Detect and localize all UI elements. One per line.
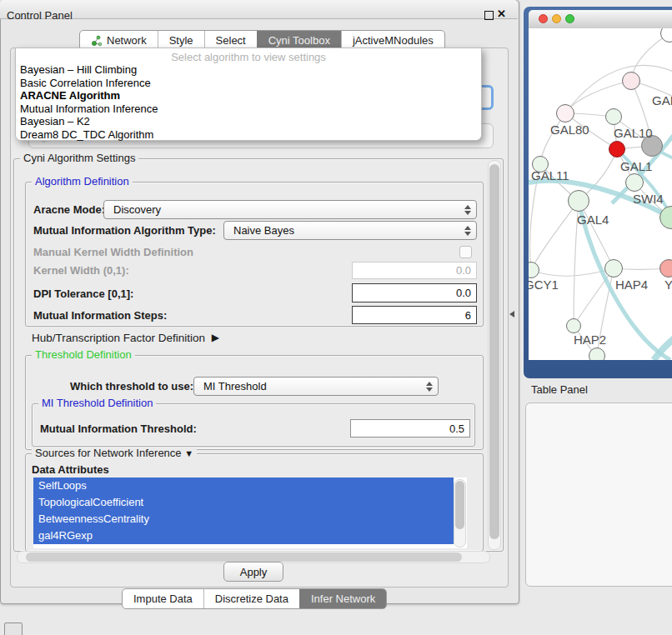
mi-threshold-title: MI Threshold Definition [38,398,156,409]
node-gal4[interactable] [568,190,589,212]
cyni-algorithm-settings-title: Cyni Algorithm Settings [20,152,138,164]
table-panel [525,402,672,587]
restore-window-icon[interactable] [484,11,494,20]
node-label: GAL10 [614,126,653,140]
apply-button[interactable]: Apply [223,562,283,582]
node-salmon[interactable] [659,259,672,278]
mi-steps-label: Mutual Information Steps: [33,309,167,322]
node-swi4[interactable] [625,173,644,192]
mi-algorithm-type-label: Mutual Information Algorithm Type: [33,224,216,237]
expand-down-icon: ▼ [184,448,193,458]
expand-right-icon: ▶ [212,332,219,343]
node-label: GAL80 [550,122,589,137]
network-canvas[interactable]: GAL GAL80 GAL10 GAL1 GAL11 SWI4 GAL4 GCY… [529,28,672,360]
aracne-mode-combobox[interactable]: Discovery [103,200,477,219]
node-label: HAP4 [615,278,648,292]
kernel-width-label: Kernel Width (0,1): [33,264,129,277]
manual-kernel-width-label: Manual Kernel Width Definition [33,246,193,258]
hub-definition-toggle[interactable]: Hub/Transcription Factor Definition ▶ [32,332,216,344]
stepper-icon [463,226,473,236]
sources-title-toggle[interactable]: Sources for Network Inference ▼ [32,448,197,459]
tab-impute-data[interactable]: Impute Data [123,589,203,608]
node-label: GAL1 [620,159,652,173]
settings-vertical-scrollbar-thumb[interactable] [489,164,499,539]
which-threshold-combobox[interactable]: MI Threshold [193,377,439,396]
node-hap2[interactable] [566,318,581,333]
algorithm-popup-prompt: Select algorithm to view settings [16,51,481,63]
attribute-item[interactable]: gal4RGexp [33,528,454,544]
node-label: SWI4 [633,192,664,206]
algorithm-option[interactable]: Bayesian – K2 [16,115,481,128]
node-gal80[interactable] [556,104,574,122]
attribute-item[interactable]: TopologicalCoefficient [33,494,454,511]
minimized-panel-icon[interactable] [4,622,23,635]
network-icon [91,35,103,47]
algorithm-definition-title: Algorithm Definition [32,176,133,188]
node-pink-top[interactable] [622,72,640,90]
which-threshold-label: Which threshold to use: [70,380,193,392]
settings-horizontal-scrollbar-thumb[interactable] [26,552,462,562]
node-label: GAL4 [577,212,609,227]
tab-network-label: Network [107,34,147,47]
close-traffic-light-icon[interactable] [539,14,548,23]
node-hap4[interactable] [604,259,623,278]
control-panel-title: Control Panel [7,9,73,22]
mi-threshold-label: Mutual Information Threshold: [40,422,197,435]
data-attributes-list: SelfLoops TopologicalCoefficient Between… [33,478,467,548]
algorithm-option[interactable]: Bayesian – Hill Climbing [16,63,481,77]
zoom-traffic-light-icon[interactable] [565,14,574,23]
node-label: GAL [652,93,672,108]
attributes-scrollbar[interactable] [454,479,466,548]
dpi-tolerance-field[interactable] [352,283,477,302]
threshold-definition-title: Threshold Definition [32,349,135,361]
table-panel-title: Table Panel [531,383,588,396]
node-gal1[interactable] [609,141,625,158]
tab-discretize-data[interactable]: Discretize Data [203,589,299,608]
close-window-icon[interactable]: ✕ [497,8,506,20]
panel-splitter-arrow[interactable] [509,311,514,318]
kernel-width-field[interactable] [352,262,477,279]
node-label: Y [664,278,672,292]
mi-algorithm-type-combobox[interactable]: Naive Bayes [223,221,477,240]
node-bottom-partial[interactable] [589,348,605,360]
algorithm-option[interactable]: Mutual Information Inference [16,102,481,116]
tab-infer-network[interactable]: Infer Network [299,589,386,608]
dpi-tolerance-label: DPI Tolerance [0,1]: [33,288,133,300]
mi-threshold-field[interactable] [350,419,470,438]
node-label: GAL11 [531,168,569,182]
mi-steps-field[interactable] [352,306,477,324]
algorithm-option[interactable]: Dream8 DC_TDC Algorithm [16,128,481,142]
manual-kernel-width-checkbox[interactable] [459,246,472,258]
node-label: GCY1 [529,278,559,292]
network-window-titlebar[interactable] [529,10,672,29]
algorithm-dropdown-popup: Select algorithm to view settings Bayesi… [15,48,482,141]
control-panel-titlebar[interactable] [0,0,518,19]
settings-vertical-scrollbar[interactable] [488,160,501,550]
data-attributes-label: Data Attributes [32,463,109,476]
algorithm-option[interactable]: Basic Correlation Inference [16,77,481,90]
algorithm-option-aracne[interactable]: ARACNE Algorithm [16,89,481,102]
node-label: HAP2 [574,332,606,347]
stepper-icon [424,382,434,392]
attribute-item[interactable]: SelfLoops [33,478,454,494]
attribute-item[interactable]: BetweennessCentrality [33,511,454,528]
attributes-scrollbar-thumb[interactable] [455,481,464,529]
aracne-mode-label: Aracne Mode: [33,203,105,216]
stepper-icon [463,205,473,215]
node-gal10[interactable] [605,108,622,125]
minimize-traffic-light-icon[interactable] [552,14,561,23]
cyni-bottom-tabbar: Impute Data Discretize Data Infer Networ… [122,588,387,609]
